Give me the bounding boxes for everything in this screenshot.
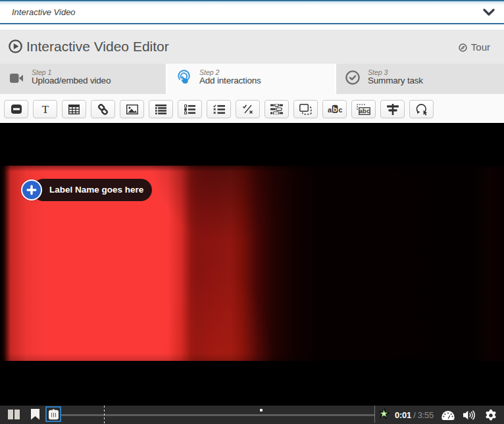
svg-text:b: b	[332, 105, 337, 113]
svg-text:c: c	[338, 106, 342, 114]
svg-text:a: a	[328, 106, 332, 114]
svg-text:T: T	[41, 104, 49, 114]
svg-text:abc: abc	[359, 107, 370, 114]
